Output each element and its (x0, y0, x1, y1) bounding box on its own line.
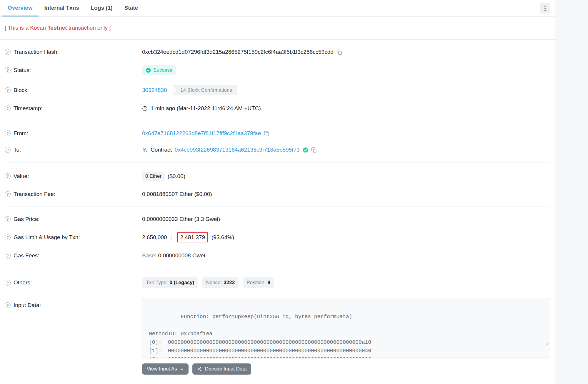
row-from: ? From: 0x647e7168122263d8e7f81f17fff9c2… (5, 125, 550, 142)
gas-used-highlight-box: 2,481,379 (177, 232, 208, 242)
value-usd: ($0.00) (168, 173, 185, 180)
status-value: Success (153, 67, 172, 73)
gas-limit-separator: | (170, 234, 174, 241)
position-label: Position: (246, 280, 266, 286)
resize-handle[interactable] (507, 331, 549, 357)
nonce-label: Nonce: (206, 280, 222, 286)
help-icon[interactable]: ? (5, 280, 11, 286)
view-input-as-label: View Input As (147, 366, 177, 372)
help-icon[interactable]: ? (5, 147, 11, 153)
row-status: ? Status: Success (5, 60, 550, 80)
section-value-fee: ? Value: 0 Ether ($0.00) ? Transaction F… (0, 162, 555, 207)
row-value: ? Value: 0 Ether ($0.00) (5, 167, 550, 186)
transaction-fee-label: Transaction Fee: (14, 191, 55, 197)
help-icon[interactable]: ? (5, 173, 11, 179)
tab-state[interactable]: State (119, 0, 144, 16)
testnet-warning: [ This is a Kovan Testnet transaction on… (0, 17, 555, 40)
others-label: Others: (14, 279, 32, 286)
help-icon[interactable]: ? (5, 87, 11, 93)
row-transaction-fee: ? Transaction Fee: 0.0081885507 Ether ($… (5, 186, 550, 202)
decode-input-data-label: Decode Input Data (205, 366, 247, 372)
copy-icon[interactable] (311, 147, 317, 153)
warning-text-bold: Testnet (47, 25, 67, 31)
chevron-down-icon (180, 367, 184, 371)
more-options-button[interactable] (540, 3, 550, 14)
check-circle-icon (146, 68, 151, 73)
clock-icon (142, 106, 148, 111)
transaction-details-card: Overview Internal Txns Logs (1) State [ … (0, 0, 555, 384)
gas-price-value: 0.0000000033 Ether (3.3 Gwei) (142, 216, 220, 222)
value-label: Value: (14, 173, 29, 180)
help-icon[interactable]: ? (5, 191, 11, 197)
section-addresses: ? From: 0x647e7168122263d8e7f81f17fff9c2… (0, 121, 555, 162)
status-badge: Success (142, 65, 176, 75)
verified-check-icon (303, 147, 308, 153)
help-icon[interactable]: ? (5, 302, 11, 308)
tab-bar: Overview Internal Txns Logs (1) State (0, 0, 555, 17)
row-gas-fees: ? Gas Fees: Base: 0.000000008 Gwei (5, 247, 550, 264)
warning-text-suffix: transaction only ] (67, 25, 111, 31)
from-address-link[interactable]: 0x647e7168122263d8e7f81f17fff9c2f1aa379f… (142, 130, 261, 137)
position-value: 8 (267, 280, 270, 286)
row-gas-limit-usage: ? Gas Limit & Usage by Txn: 2,650,000 | … (5, 227, 550, 247)
transaction-fee-value: 0.0081885507 Ether ($0.00) (142, 191, 212, 197)
help-icon[interactable]: ? (5, 105, 11, 111)
gas-fees-base-label: Base: (142, 252, 156, 259)
txn-type-chip: Txn Type: 0 (Legacy) (142, 277, 198, 288)
section-others-input: ? Others: Txn Type: 0 (Legacy) Nonce: 32… (0, 268, 555, 384)
to-label: To: (14, 147, 21, 153)
txn-type-value: 0 (Legacy) (169, 280, 194, 286)
block-label: Block: (14, 87, 29, 93)
input-data-actions: View Input As Decode Input Data (142, 363, 550, 375)
help-icon[interactable]: ? (5, 49, 11, 55)
to-contract-word: Contract (151, 147, 172, 153)
gas-limit-label: Gas Limit & Usage by Txn: (14, 234, 80, 241)
row-input-data: ? Input Data: Function: performUpkeep(ui… (5, 293, 550, 380)
tabs: Overview Internal Txns Logs (1) State (2, 0, 144, 16)
help-icon[interactable]: ? (5, 130, 11, 136)
section-overview-top: ? Transaction Hash: 0xcb324eedcd1d07296f… (0, 40, 555, 121)
tab-logs[interactable]: Logs (1) (85, 0, 119, 16)
position-chip: Position: 8 (243, 277, 274, 288)
status-label: Status: (14, 67, 31, 73)
gas-fees-label: Gas Fees: (14, 252, 39, 259)
block-number-link[interactable]: 30324830 (142, 87, 167, 93)
row-transaction-hash: ? Transaction Hash: 0xcb324eedcd1d07296f… (5, 44, 550, 60)
row-block: ? Block: 30324830 14 Block Confirmations (5, 80, 550, 100)
txn-type-label: Txn Type: (146, 280, 168, 286)
copy-icon[interactable] (264, 131, 269, 136)
search-plus-icon[interactable] (142, 147, 148, 153)
tab-internal-txns[interactable]: Internal Txns (39, 0, 85, 16)
help-icon[interactable]: ? (5, 234, 11, 240)
gas-limit-value: 2,650,000 (142, 234, 167, 241)
transaction-hash-label: Transaction Hash: (14, 49, 59, 55)
decode-icon (197, 367, 202, 372)
help-icon[interactable]: ? (5, 253, 11, 259)
from-label: From: (14, 130, 28, 137)
view-input-as-button[interactable]: View Input As (142, 363, 189, 375)
row-to: ? To: Contract 0x4cb093f226983713164a621… (5, 142, 550, 158)
transaction-hash-value: 0xcb324eedcd1d07296fdf3d215a2865275f159c… (142, 49, 334, 55)
row-gas-price: ? Gas Price: 0.0000000033 Ether (3.3 Gwe… (5, 211, 550, 227)
gas-used-percent: (93.64%) (211, 234, 234, 241)
to-address-link[interactable]: 0x4cb093f226983713164a62138c3f718a5b595f… (175, 147, 300, 153)
input-data-code: Function: performUpkeep(uint256 id, byte… (149, 314, 371, 358)
warning-text-prefix: [ This is a Kovan (5, 25, 47, 31)
row-timestamp: ? Timestamp: 1 min ago (Mar-11-2022 11:4… (5, 100, 550, 117)
nonce-chip: Nonce: 3222 (202, 277, 239, 288)
section-gas: ? Gas Price: 0.0000000033 Ether (3.3 Gwe… (0, 207, 555, 268)
help-icon[interactable]: ? (5, 67, 11, 73)
help-icon[interactable]: ? (5, 216, 11, 222)
copy-icon[interactable] (337, 49, 342, 55)
ether-value-badge: 0 Ether (142, 172, 165, 181)
decode-input-data-button[interactable]: Decode Input Data (192, 363, 251, 375)
input-data-textarea[interactable]: Function: performUpkeep(uint256 id, byte… (142, 298, 550, 358)
gas-price-label: Gas Price: (14, 216, 40, 222)
row-others: ? Others: Txn Type: 0 (Legacy) Nonce: 32… (5, 272, 550, 293)
timestamp-value: 1 min ago (Mar-11-2022 11:46:24 AM +UTC) (151, 105, 261, 112)
tab-overview[interactable]: Overview (2, 0, 39, 16)
block-confirmations-badge: 14 Block Confirmations (172, 85, 237, 95)
timestamp-label: Timestamp: (14, 105, 43, 112)
nonce-value: 3222 (224, 280, 235, 286)
gas-fees-base-value: 0.000000008 Gwei (158, 252, 205, 259)
